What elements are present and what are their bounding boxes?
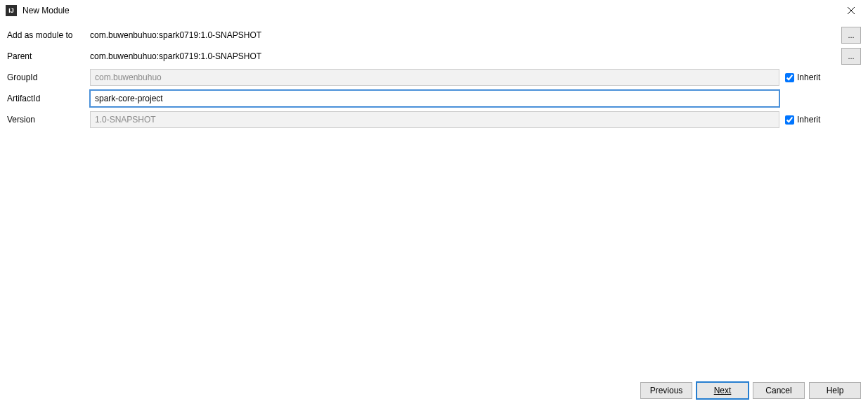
version-row: Version Inherit <box>7 111 861 128</box>
add-as-module-row: Add as module to com.buwenbuhuo:spark071… <box>7 27 861 44</box>
group-id-input[interactable] <box>90 69 779 86</box>
title-bar: IJ New Module <box>0 0 868 21</box>
version-input[interactable] <box>90 111 779 128</box>
version-inherit-checkbox[interactable] <box>785 115 794 125</box>
parent-browse-button[interactable]: ... <box>841 48 861 65</box>
app-icon-label: IJ <box>8 7 14 14</box>
artifact-id-input[interactable] <box>90 90 779 107</box>
parent-row: Parent com.buwenbuhuo:spark0719:1.0-SNAP… <box>7 48 861 65</box>
close-icon <box>848 7 855 14</box>
add-as-module-browse-button[interactable]: ... <box>841 27 861 44</box>
app-icon: IJ <box>6 5 17 16</box>
parent-label: Parent <box>7 51 90 61</box>
version-label: Version <box>7 115 90 125</box>
group-id-label: GroupId <box>7 72 90 82</box>
next-button[interactable]: Next <box>697 382 749 399</box>
group-id-row: GroupId Inherit <box>7 69 861 86</box>
window-title: New Module <box>22 6 840 15</box>
artifact-id-row: ArtifactId <box>7 90 861 107</box>
form-content: Add as module to com.buwenbuhuo:spark071… <box>0 21 868 138</box>
footer-buttons: Previous Next Cancel Help <box>0 375 868 406</box>
version-inherit-label: Inherit <box>797 115 820 125</box>
close-button[interactable] <box>840 2 862 19</box>
add-as-module-value: com.buwenbuhuo:spark0719:1.0-SNAPSHOT <box>90 30 779 40</box>
group-id-inherit-wrap[interactable]: Inherit <box>785 72 836 82</box>
version-inherit-wrap[interactable]: Inherit <box>785 115 836 125</box>
artifact-id-label: ArtifactId <box>7 94 90 103</box>
add-as-module-label: Add as module to <box>7 30 90 40</box>
help-button[interactable]: Help <box>809 382 861 399</box>
parent-value: com.buwenbuhuo:spark0719:1.0-SNAPSHOT <box>90 51 779 61</box>
group-id-inherit-checkbox[interactable] <box>785 73 794 82</box>
previous-button[interactable]: Previous <box>640 382 692 399</box>
next-button-label: Next <box>714 386 732 395</box>
cancel-button[interactable]: Cancel <box>753 382 805 399</box>
group-id-inherit-label: Inherit <box>797 72 820 82</box>
